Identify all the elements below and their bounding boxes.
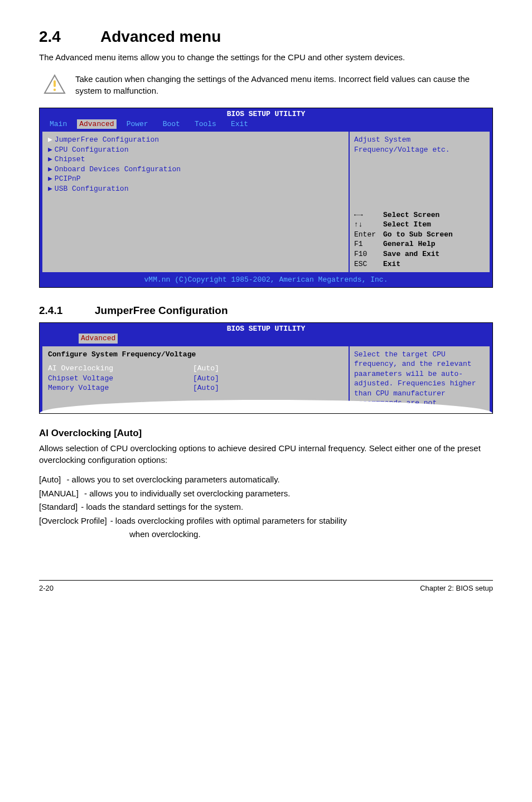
subsection-number: 2.4.1 [39,305,95,317]
option-term: [Standard] [39,501,78,514]
bios-help-pane: Adjust System Frequency/Voltage etc. ←→S… [349,131,490,273]
key-label: ↑↓ [354,220,383,230]
triangle-icon: ▶ [48,155,52,163]
option-definition: [Auto] - allows you to set overclocking … [39,474,493,486]
caution-icon [39,73,70,96]
option-term: [MANUAL] [39,487,79,500]
key-label: F10 [354,249,383,259]
option-desc: - loads overclocking profiles with optim… [110,515,347,528]
section-title-text: Advanced menu [100,28,221,45]
key-action: Select Screen [383,211,439,219]
key-action: Select Item [383,220,431,229]
svg-rect-1 [54,80,56,87]
config-row[interactable]: Memory Voltage [Auto] [48,383,343,393]
triangle-icon: ▶ [48,185,52,193]
key-action: General Help [383,240,436,248]
menu-cpu-config[interactable]: CPU Configuration [55,146,129,154]
chapter-label: Chapter 2: BIOS setup [420,584,493,592]
key-action: Save and Exit [383,250,439,258]
key-label: Enter [354,230,383,240]
config-value: [Auto] [193,383,219,393]
option-definition: [MANUAL] - allows you to individually se… [39,487,493,500]
tab-main[interactable]: Main [45,119,71,129]
bios-footer: vMM.nn (C)Copyright 1985-2002, American … [40,274,492,287]
section-number: 2.4 [39,28,100,46]
subsection-title: JumperFree Configuration [95,305,228,316]
key-action: Go to Sub Screen [383,230,453,239]
tab-boot[interactable]: Boot [158,119,185,129]
tab-tools[interactable]: Tools [190,119,221,129]
bios-title: BIOS SETUP UTILITY [40,108,492,119]
help-keys: ←→Select Screen ↑↓Select Item EnterGo to… [354,210,485,269]
tab-advanced[interactable]: Advanced [77,119,116,129]
option-term: [Overclock Profile] [39,515,107,528]
config-header: Configure System Frequency/Voltage [48,350,343,360]
subsection-heading: 2.4.1JumperFree Configuration [39,305,493,317]
bios-panel-advanced: BIOS SETUP UTILITY Main Advanced Power B… [39,108,493,288]
config-label: Chipset Voltage [48,374,193,384]
option-continuation: when overclocking. [39,528,493,541]
menu-pcipnp[interactable]: PCIPnP [55,175,81,183]
config-label: AI Overclocking [48,364,193,374]
intro-paragraph: The Advanced menu items allow you to cha… [39,51,493,63]
config-label: Memory Voltage [48,383,193,393]
svg-point-2 [53,89,55,91]
menu-onboard[interactable]: Onboard Devices Configuration [55,165,181,173]
config-value: [Auto] [193,374,219,384]
triangle-icon: ▶ [48,165,52,173]
tab-power[interactable]: Power [122,119,153,129]
option-definition: [Standard] - loads the standard settings… [39,501,493,514]
caution-text: Take caution when changing the settings … [70,73,493,96]
option-desc: - allows you to individually set overclo… [84,487,290,500]
option-desc: - loads the standard settings for the sy… [81,501,243,514]
help-description: Select the target CPU frequency, and the… [354,350,485,408]
page-number: 2-20 [39,584,54,592]
bios-menu-pane: ▶JumperFree Configuration ▶CPU Configura… [42,131,349,273]
page-footer: 2-20 Chapter 2: BIOS setup [39,580,493,592]
section-heading: 2.4Advanced menu [39,28,493,46]
config-row[interactable]: AI Overclocking [Auto] [48,364,343,374]
key-label: F1 [354,239,383,249]
triangle-icon: ▶ [48,175,52,183]
bios-panel-jumperfree: BIOS SETUP UTILITY Advanced Configure Sy… [39,322,493,414]
menu-chipset[interactable]: Chipset [55,155,85,163]
bios-tabs: Advanced [40,334,492,346]
bios-tabs: Main Advanced Power Boot Tools Exit [40,119,492,132]
menu-usb[interactable]: USB Configuration [55,185,129,193]
key-label: ←→ [354,210,383,220]
option-body: Allows selection of CPU overclocking opt… [39,442,493,466]
caution-note: Take caution when changing the settings … [39,73,493,96]
tab-exit[interactable]: Exit [226,119,253,129]
bios-title: BIOS SETUP UTILITY [40,323,492,334]
help-description: Adjust System Frequency/Voltage etc. [354,135,485,154]
tab-advanced[interactable]: Advanced [79,334,118,344]
config-value: [Auto] [193,364,219,374]
option-term: [Auto] [39,474,61,486]
option-heading: AI Overclocking [Auto] [39,428,493,439]
triangle-icon: ▶ [48,146,52,154]
config-row[interactable]: Chipset Voltage [Auto] [48,374,343,384]
key-action: Exit [383,260,400,268]
triangle-icon: ▶ [48,136,52,144]
key-label: ESC [354,259,383,269]
option-desc: - allows you to set overclocking paramet… [66,474,279,486]
option-definition: [Overclock Profile] - loads overclocking… [39,515,493,528]
menu-jumperfree[interactable]: JumperFree Configuration [55,136,159,144]
